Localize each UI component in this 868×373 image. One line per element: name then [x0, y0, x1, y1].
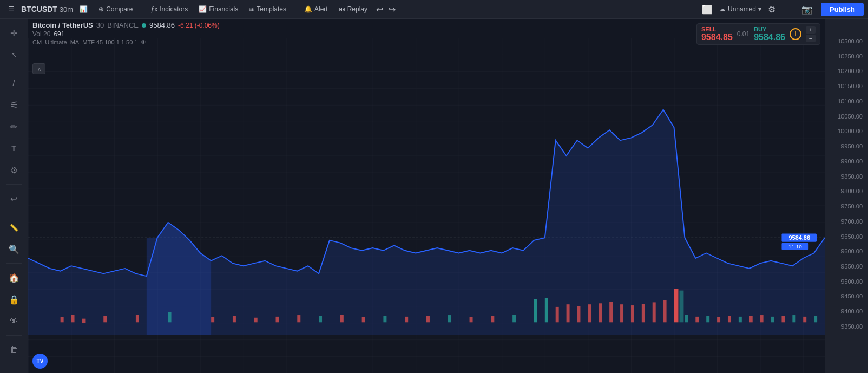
- svg-rect-50: [803, 317, 806, 322]
- fib-tool[interactable]: ⚟: [4, 95, 24, 115]
- svg-rect-41: [706, 316, 709, 322]
- svg-rect-43: [728, 316, 731, 322]
- indicators-button[interactable]: ƒx Indicators: [147, 3, 193, 15]
- chart-type-button[interactable]: 📊: [75, 3, 92, 15]
- svg-rect-12: [276, 317, 279, 322]
- svg-rect-29: [588, 304, 591, 322]
- expand-button[interactable]: ⛶: [782, 2, 795, 16]
- chart-type-icon: 📊: [80, 5, 88, 13]
- svg-rect-17: [383, 316, 386, 322]
- buy-section: BUY 9584.86: [754, 26, 785, 42]
- replay-button[interactable]: ⏮ Replay: [334, 3, 372, 15]
- sell-price: 9584.85: [701, 32, 733, 42]
- info-button[interactable]: i: [790, 28, 801, 40]
- chart-area: Bitcoin / TetherUS 30 BINANCE 9584.86 -6…: [28, 19, 868, 373]
- zoom-tool[interactable]: 🔍: [4, 239, 24, 259]
- svg-rect-30: [599, 303, 602, 322]
- tradingview-logo[interactable]: TV: [32, 354, 48, 369]
- svg-rect-15: [340, 315, 344, 322]
- svg-rect-19: [426, 316, 430, 322]
- svg-rect-4: [71, 315, 75, 322]
- plus-button[interactable]: +: [806, 26, 816, 34]
- svg-rect-40: [695, 317, 699, 322]
- chart-svg: 9584.86 11:10: [28, 38, 825, 373]
- price-label-9500: 9500.00: [825, 278, 865, 285]
- svg-rect-13: [297, 315, 300, 322]
- svg-rect-48: [781, 316, 785, 322]
- price-label-9800: 9800.00: [825, 188, 865, 194]
- menu-button[interactable]: ☰: [4, 3, 19, 15]
- trash-icon[interactable]: 🗑: [4, 340, 24, 359]
- vol-value: 691: [54, 30, 64, 38]
- svg-rect-24: [534, 299, 537, 323]
- publish-button[interactable]: Publish: [821, 3, 864, 16]
- text-tool[interactable]: T: [4, 139, 24, 158]
- svg-rect-35: [653, 302, 656, 322]
- chevron-up-icon: ∧: [37, 66, 41, 72]
- cloud-save-area[interactable]: ☁ Unnamed ▾: [719, 5, 761, 13]
- undo-button[interactable]: ↩: [374, 2, 385, 17]
- financials-icon: 📈: [199, 5, 207, 13]
- price-label-9650: 9650.00: [825, 233, 865, 240]
- svg-rect-9: [211, 317, 214, 322]
- svg-rect-14: [319, 316, 322, 322]
- svg-rect-26: [556, 307, 559, 322]
- compare-button[interactable]: ⊕ Compare: [94, 3, 137, 15]
- price-change: -6.21 (-0.06%): [178, 22, 220, 29]
- brush-tool[interactable]: ✏: [4, 117, 24, 136]
- price-label-9450: 9450.00: [825, 293, 865, 299]
- svg-rect-27: [567, 304, 570, 322]
- svg-rect-46: [760, 315, 764, 322]
- chart-exchange: BINANCE: [107, 21, 139, 29]
- svg-rect-6: [103, 316, 107, 322]
- cloud-icon: ☁: [719, 5, 726, 13]
- svg-text:11:10: 11:10: [788, 244, 802, 250]
- settings-button[interactable]: ⚙: [766, 2, 778, 17]
- price-label-9350: 9350.00: [825, 323, 865, 330]
- collapse-button[interactable]: ∧: [32, 63, 45, 74]
- trend-line-tool[interactable]: /: [4, 74, 24, 93]
- camera-button[interactable]: 📷: [799, 2, 814, 17]
- live-dot: [142, 23, 146, 28]
- sell-section: SELL 9584.85: [701, 26, 733, 42]
- measure-tool[interactable]: 📏: [4, 218, 24, 237]
- svg-text:9584.86: 9584.86: [789, 234, 811, 241]
- magnet-tool[interactable]: ↩: [4, 189, 24, 208]
- order-controls: + −: [806, 26, 816, 42]
- svg-rect-3: [61, 317, 64, 322]
- redo-button[interactable]: ↪: [386, 2, 398, 17]
- symbol-label: BTCUSDT: [21, 5, 57, 14]
- svg-rect-42: [717, 317, 720, 322]
- price-label-10150: 10150.00: [825, 83, 865, 89]
- shape-tool[interactable]: ⚙: [4, 160, 24, 180]
- svg-rect-8: [168, 312, 172, 322]
- cursor-tool[interactable]: ↖: [4, 45, 24, 64]
- svg-rect-18: [405, 317, 408, 322]
- watchlist-icon[interactable]: 🏠: [4, 268, 24, 287]
- templates-button[interactable]: ≋ Templates: [245, 3, 291, 15]
- svg-rect-7: [136, 315, 139, 322]
- plus-icon: ⊕: [98, 5, 104, 13]
- sidebar-divider-1: [6, 69, 22, 69]
- sidebar-divider-4: [6, 263, 22, 264]
- price-scale: 10500.00 10250.00 10200.00 10150.00 1010…: [825, 19, 868, 373]
- left-sidebar: ✛ ↖ / ⚟ ✏ T ⚙ ↩ 📏 🔍 🏠 🔒 👁 🗑: [0, 19, 28, 373]
- templates-icon: ≋: [249, 5, 254, 13]
- indicator-name: CM_Ultimate_MA_MTF 45 100 1 1 50 1: [32, 39, 137, 45]
- order-widget: SELL 9584.85 0.01 BUY 9584.86 i + −: [696, 23, 820, 45]
- fullscreen-icon-button[interactable]: ⬜: [700, 2, 715, 17]
- alert-button[interactable]: 🔔 Alert: [300, 3, 332, 15]
- logo-text: TV: [37, 358, 44, 364]
- spread-value: 0.01: [737, 30, 749, 38]
- svg-rect-31: [609, 302, 613, 322]
- financials-button[interactable]: 📈 Financials: [194, 3, 242, 15]
- lock-icon[interactable]: 🔒: [4, 290, 24, 309]
- crosshair-tool[interactable]: ✛: [4, 23, 24, 43]
- svg-rect-25: [545, 298, 548, 322]
- visibility-icon[interactable]: 👁: [4, 311, 24, 331]
- top-toolbar: ☰ BTCUSDT 30m 📊 ⊕ Compare ƒx Indicators …: [0, 0, 868, 19]
- svg-rect-32: [620, 304, 623, 322]
- sidebar-divider-2: [6, 184, 22, 185]
- eye-indicator-icon[interactable]: 👁: [141, 39, 147, 45]
- minus-button[interactable]: −: [806, 35, 816, 42]
